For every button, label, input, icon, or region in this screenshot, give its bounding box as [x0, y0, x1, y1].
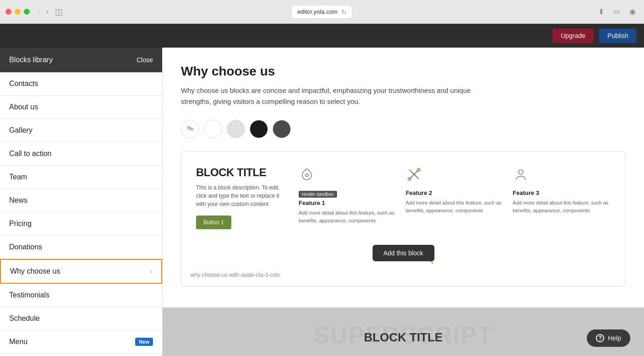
sidebar-header: Blocks library Close — [0, 48, 162, 72]
content-inner: Why choose us Why choose us blocks are c… — [163, 48, 644, 307]
sidebar-item-call-to-action[interactable]: Call to action — [0, 142, 162, 166]
feature-col-1: render sandbox Feature 1 Add more detail… — [299, 166, 397, 237]
block-features: render sandbox Feature 1 Add more detail… — [299, 166, 611, 237]
sidebar-item-donations[interactable]: Donations — [0, 236, 162, 259]
block-preview-card: BLOCK TITLE This is a block description.… — [181, 151, 626, 286]
add-this-block-button[interactable]: Add this block — [372, 245, 434, 261]
block-preview-inner: BLOCK TITLE This is a block description.… — [181, 151, 625, 252]
feature-3-desc: Add more detail about this feature, such… — [513, 199, 611, 214]
feature-col-3: Feature 3 Add more detail about this fea… — [513, 166, 611, 237]
close-window-btn[interactable] — [5, 9, 11, 15]
sidebar-item-team[interactable]: Team — [0, 166, 162, 189]
block-button-1[interactable]: Button 1 — [196, 216, 231, 229]
section-title: Why choose us — [181, 64, 626, 79]
second-block-preview-area: SUPERSCRIPT BLOCK TITLE — [163, 307, 644, 356]
profile-button[interactable]: ◉ — [627, 5, 639, 18]
feature-2-desc: Add more detail about this feature, such… — [406, 199, 504, 214]
sidebar-item-pricing[interactable]: Pricing — [0, 212, 162, 236]
back-button[interactable]: ‹ — [35, 6, 43, 18]
sidebar-item-label: Pricing — [9, 220, 32, 228]
block-id: why-choose-us-with-aside-cta-3-cols — [191, 272, 280, 278]
sidebar-item-gallery[interactable]: Gallery — [0, 119, 162, 142]
maximize-window-btn[interactable] — [24, 9, 30, 15]
address-bar[interactable]: editor.yola.com ↻ — [291, 5, 352, 19]
second-block-title: BLOCK TITLE — [181, 330, 626, 345]
sidebar-item-label: Contacts — [9, 80, 38, 88]
sidebar-item-label: Team — [9, 173, 27, 181]
new-badge: New — [135, 338, 153, 346]
publish-button[interactable]: Publish — [599, 28, 637, 43]
sidebar-close-button[interactable]: Close — [136, 56, 153, 64]
sidebar-item-label: Gallery — [9, 126, 33, 135]
titlebar-right-controls: ⬆ ▭ ◉ — [595, 5, 639, 18]
sidebar-item-label: Schedule — [9, 314, 40, 323]
titlebar: ‹ › ◫ editor.yola.com ↻ ⬆ ▭ ◉ — [0, 0, 644, 24]
sidebar-item-label: About us — [9, 103, 38, 111]
sidebar-item-schedule[interactable]: Schedule — [0, 307, 162, 330]
sidebar-item-label: Why choose us — [10, 267, 60, 275]
traffic-lights — [5, 9, 30, 15]
color-swatches: ✎ — [181, 120, 626, 138]
swatch-pencil[interactable]: ✎ — [181, 120, 199, 138]
swatch-dark[interactable] — [250, 120, 268, 138]
svg-point-0 — [306, 174, 308, 177]
swatch-light-gray[interactable] — [227, 120, 245, 138]
share-button[interactable]: ⬆ — [595, 5, 607, 18]
pencil-icon: ✎ — [185, 123, 195, 135]
feature-2-icon — [406, 166, 504, 186]
url-text: editor.yola.com — [297, 8, 337, 15]
sidebar-item-label: Call to action — [9, 150, 52, 158]
swatch-white[interactable] — [204, 120, 222, 138]
block-description: This is a block description. To edit, cl… — [196, 183, 288, 208]
feature-3-icon — [513, 166, 611, 186]
app-header: Upgrade Publish — [0, 24, 644, 48]
block-title: BLOCK TITLE — [196, 166, 288, 179]
grid-button[interactable]: ▭ — [611, 5, 623, 18]
sidebar-item-label: Donations — [9, 243, 42, 251]
sidebar-toggle-button[interactable]: ◫ — [51, 5, 66, 19]
chevron-right-icon: › — [150, 268, 152, 275]
upgrade-button[interactable]: Upgrade — [552, 28, 594, 43]
sidebar-item-news[interactable]: News — [0, 189, 162, 212]
feature-1-icon — [299, 166, 397, 186]
add-block-area: Add this block — [181, 252, 625, 270]
sidebar-item-menu[interactable]: Menu New — [0, 330, 162, 354]
minimize-window-btn[interactable] — [15, 9, 21, 15]
swatch-charcoal[interactable] — [273, 120, 291, 138]
section-desc: Why choose us blocks are concise and imp… — [181, 85, 492, 107]
block-left-column: BLOCK TITLE This is a block description.… — [196, 166, 288, 237]
sidebar-item-text[interactable]: Text — [0, 354, 162, 356]
feature-3-title: Feature 3 — [513, 189, 611, 196]
block-id-area: why-choose-us-with-aside-cta-3-cols — [181, 270, 625, 286]
blocks-library-sidebar: Blocks library Close Contacts About us G… — [0, 48, 163, 356]
sidebar-title: Blocks library — [9, 56, 53, 64]
sidebar-item-label: News — [9, 196, 27, 205]
svg-point-5 — [518, 170, 523, 174]
sidebar-item-contacts[interactable]: Contacts — [0, 72, 162, 96]
sidebar-item-label: Testimonials — [9, 291, 49, 299]
content-area: Why choose us Why choose us blocks are c… — [163, 48, 644, 356]
feature-1-title: Feature 1 — [299, 200, 397, 206]
feature-col-2: Feature 2 Add more detail about this fea… — [406, 166, 504, 237]
sidebar-item-label: Menu — [9, 338, 27, 346]
sidebar-item-why-choose-us[interactable]: Why choose us › — [0, 259, 162, 284]
feature-2-title: Feature 2 — [406, 189, 504, 196]
render-sandbox-badge: render sandbox — [299, 191, 337, 198]
main-layout: Blocks library Close Contacts About us G… — [0, 48, 644, 356]
forward-button[interactable]: › — [43, 6, 51, 18]
sidebar-item-testimonials[interactable]: Testimonials — [0, 284, 162, 307]
sidebar-item-about-us[interactable]: About us — [0, 96, 162, 119]
refresh-icon[interactable]: ↻ — [341, 8, 347, 16]
feature-1-desc: Add more detail about this feature, such… — [299, 209, 397, 224]
